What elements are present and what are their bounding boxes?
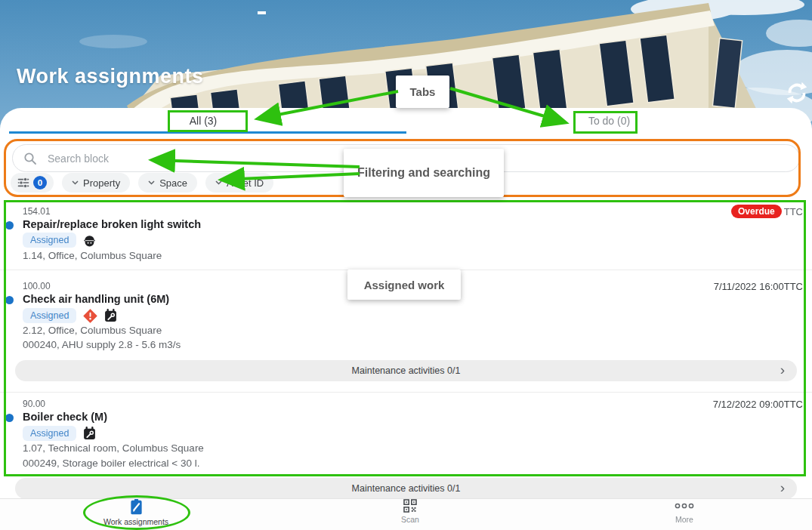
annotation-label-tabs: Tabs: [396, 75, 449, 108]
annotation-label-filtering: Filtering and searching: [344, 149, 504, 197]
work-order-code: 100.00: [23, 281, 51, 291]
chevron-down-icon: [148, 180, 155, 185]
nav-scan[interactable]: Scan: [335, 499, 486, 524]
priority-alert-icon: [83, 309, 97, 323]
maintenance-activities-label: Maintenance activities 0/1: [352, 483, 461, 494]
due-date: 7/11/2022 16:00TTC: [714, 281, 803, 292]
planned-maintenance-icon: [104, 309, 117, 322]
chip-space[interactable]: Space: [138, 173, 197, 193]
chip-property[interactable]: Property: [62, 173, 130, 193]
nav-label: Work assignments: [103, 517, 168, 526]
work-item-title: Boiler check (M): [23, 411, 107, 423]
search-icon: [23, 152, 37, 165]
location-text: 1.07, Technical room, Columbus Square: [23, 442, 204, 454]
maintenance-activities-bar[interactable]: Maintenance activities 0/1 ›: [15, 360, 797, 381]
more-dots-icon: [675, 499, 694, 513]
qr-code-icon: [403, 499, 417, 513]
chip-label: Property: [83, 177, 120, 189]
filters-button[interactable]: 0: [11, 173, 54, 193]
clipboard-edit-icon: [129, 499, 144, 515]
status-dot: [5, 414, 14, 422]
filter-count-badge: 0: [33, 176, 47, 190]
chevron-down-icon: [72, 180, 79, 185]
status-badge: Assigned: [23, 308, 76, 323]
tab-all[interactable]: All (3): [0, 111, 406, 131]
nav-label: More: [675, 515, 693, 524]
location-text: 1.14, Office, Columbus Square: [23, 250, 162, 261]
work-item-title: Repair/replace broken light switch: [23, 218, 201, 230]
tune-filter-icon: [17, 177, 29, 189]
work-item-title: Check air handling unit (6M): [23, 293, 169, 305]
page-title: Work assignments: [17, 65, 204, 88]
nav-more[interactable]: More: [609, 499, 760, 524]
tab-todo[interactable]: To do (0): [406, 111, 812, 131]
annotation-label-assigned-work: Assigned work: [347, 270, 461, 300]
work-order-code: 90.00: [23, 399, 45, 409]
chip-label: Asset ID: [227, 177, 264, 189]
asset-text: 000240, AHU supply 2.8 - 5.6 m3/s: [23, 339, 181, 350]
status-dot: [5, 296, 14, 304]
status-badge: Assigned: [23, 233, 76, 248]
status-row: Assigned: [23, 308, 117, 323]
status-row: Assigned: [23, 233, 96, 248]
nav-label: Scan: [401, 515, 419, 524]
due-info: Overdue TTC: [731, 205, 803, 218]
divider: [0, 392, 812, 393]
planned-maintenance-icon: [83, 427, 96, 440]
chevron-down-icon: [215, 180, 222, 185]
chevron-right-icon: ›: [780, 362, 785, 378]
filter-chip-row: 0 Property Space Asset ID: [11, 173, 273, 193]
status-dot: [5, 221, 14, 230]
due-date: 7/12/2022 09:00TTC: [713, 399, 803, 410]
status-row: Assigned: [23, 426, 96, 441]
maintenance-activities-label: Maintenance activities 0/1: [352, 365, 461, 376]
overdue-badge: Overdue: [731, 205, 782, 218]
refresh-button[interactable]: [784, 80, 810, 106]
nav-work-assignments[interactable]: Work assignments: [60, 499, 211, 526]
location-text: 2.12, Office, Columbus Square: [23, 325, 162, 336]
work-order-code: 154.01: [23, 206, 51, 217]
chip-label: Space: [159, 177, 187, 189]
active-tab-indicator: [9, 131, 406, 134]
status-badge: Assigned: [23, 426, 76, 441]
chevron-right-icon: ›: [780, 479, 785, 496]
due-suffix: TTC: [784, 206, 803, 217]
chip-asset-id[interactable]: Asset ID: [205, 173, 273, 193]
asset-text: 000249, Storage boiler electrical < 30 l…: [23, 458, 200, 469]
worker-helmet-icon: [83, 234, 96, 247]
maintenance-activities-bar[interactable]: Maintenance activities 0/1 ›: [15, 478, 797, 499]
refresh-icon: [784, 80, 810, 106]
work-assignments-screen: Work assignments All (3) To do (0): [0, 0, 812, 530]
